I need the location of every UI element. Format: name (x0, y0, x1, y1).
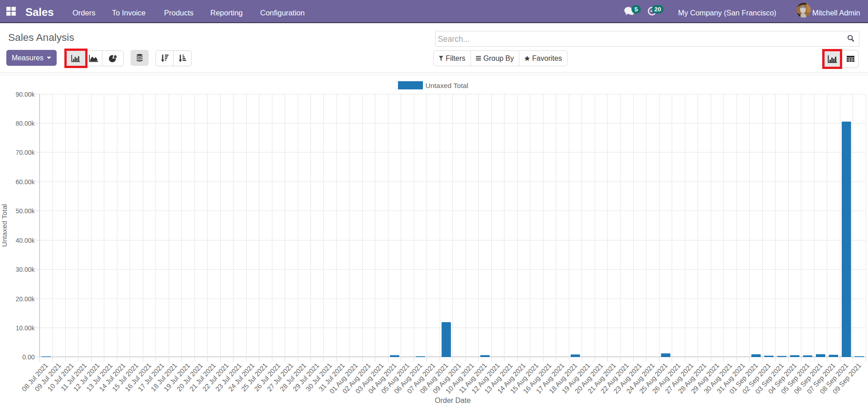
svg-text:40.00k: 40.00k (15, 237, 35, 244)
svg-text:60.00k: 60.00k (15, 178, 35, 186)
svg-text:70.00k: 70.00k (15, 149, 35, 156)
svg-text:Order Date: Order Date (435, 397, 470, 404)
svg-text:0.00: 0.00 (22, 353, 34, 361)
svg-text:Untaxed Total: Untaxed Total (0, 204, 8, 247)
svg-text:30.00k: 30.00k (15, 266, 35, 273)
svg-text:80.00k: 80.00k (15, 120, 35, 127)
svg-text:10.00k: 10.00k (15, 324, 35, 332)
svg-text:90.00k: 90.00k (15, 91, 35, 98)
svg-text:50.00k: 50.00k (15, 207, 35, 215)
svg-text:Untaxed Total: Untaxed Total (426, 82, 469, 89)
svg-text:20.00k: 20.00k (15, 295, 35, 303)
